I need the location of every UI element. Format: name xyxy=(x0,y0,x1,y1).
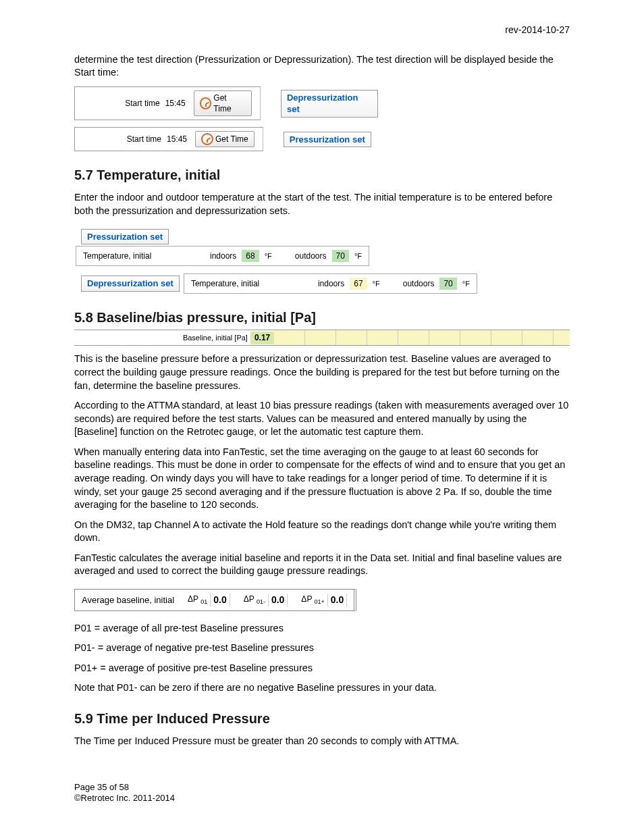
definition: P01- = average of negative pre-test Base… xyxy=(74,642,570,655)
indoors-label: indoors xyxy=(318,278,344,289)
page-number: Page 35 of 58 xyxy=(74,782,570,793)
direction-state: Depressurization set xyxy=(281,90,378,118)
definition: P01 = average of all pre-test Baseline p… xyxy=(74,622,570,635)
clock-icon xyxy=(200,97,212,109)
dp-group: ΔP 01+ 0.0 xyxy=(301,594,347,606)
temperature-row: Temperature, initial indoors 68 °F outdo… xyxy=(76,246,369,266)
temperature-title: Temperature, initial xyxy=(83,251,205,261)
get-time-button[interactable]: Get Time xyxy=(195,131,254,147)
paragraph: When manually entering data into FanTest… xyxy=(74,446,570,512)
heading-5-9: 5.9 Time per Induced Pressure xyxy=(74,710,570,728)
baseline-cells[interactable] xyxy=(274,330,570,345)
paragraph-5-7: Enter the indoor and outdoor temperature… xyxy=(74,191,570,217)
get-time-label: Get Time xyxy=(213,93,246,114)
outdoors-label: outdoors xyxy=(295,251,327,261)
start-time-row: Start time 15:45 Get Time Depressurizati… xyxy=(74,86,378,120)
clock-icon xyxy=(201,133,213,145)
paragraph-5-9: The Time per Induced Pressure must be gr… xyxy=(74,735,570,748)
get-time-button[interactable]: Get Time xyxy=(194,90,252,116)
outdoors-label: outdoors xyxy=(403,278,435,289)
paragraph: FanTestic calculates the average initial… xyxy=(74,552,570,578)
unit: °F xyxy=(354,251,362,261)
indoors-value[interactable]: 67 xyxy=(350,278,367,290)
average-baseline-row: Average baseline, initial ΔP 01 0.0 ΔP 0… xyxy=(74,589,356,611)
start-time-value: 15:45 xyxy=(167,134,187,145)
temperature-row: Temperature, initial indoors 67 °F outdo… xyxy=(184,273,477,294)
paragraph: This is the baseline pressure before a p… xyxy=(74,353,570,392)
dp-value: 0.0 xyxy=(210,594,230,606)
start-time-row: Start time 15:45 Get Time Pressurization… xyxy=(74,127,378,151)
unit: °F xyxy=(462,279,470,289)
definition: P01+ = average of positive pre-test Base… xyxy=(74,662,570,675)
definition: Note that P01- can be zero if there are … xyxy=(74,681,570,695)
revision-date: rev-2014-10-27 xyxy=(74,24,570,36)
dp-value: 0.0 xyxy=(327,594,347,606)
direction-state: Pressurization set xyxy=(284,132,371,148)
indoors-label: indoors xyxy=(210,251,236,261)
average-title: Average baseline, initial xyxy=(82,594,174,606)
start-time-value: 15:45 xyxy=(165,98,186,109)
paragraph: On the DM32, tap Channel A to activate t… xyxy=(74,519,570,545)
pressurization-set-label: Pressurization set xyxy=(81,229,169,245)
dp-group: ΔP 01- 0.0 xyxy=(244,594,288,606)
temperature-title: Temperature, initial xyxy=(191,278,313,289)
unit: °F xyxy=(373,279,380,289)
unit: °F xyxy=(265,251,272,261)
paragraph: According to the ATTMA standard, at leas… xyxy=(74,399,570,439)
depressurization-set-label: Depressurization set xyxy=(81,276,180,292)
baseline-row: Baseline, initial [Pa] 0.17 xyxy=(74,330,570,346)
start-time-label: Start time xyxy=(80,134,161,145)
dp-value: 0.0 xyxy=(268,594,288,606)
baseline-value[interactable]: 0.17 xyxy=(250,332,274,344)
dp-group: ΔP 01 0.0 xyxy=(188,594,230,606)
heading-5-8: 5.8 Baseline/bias pressure, initial [Pa] xyxy=(74,309,570,327)
get-time-label: Get Time xyxy=(215,134,248,145)
baseline-label: Baseline, initial [Pa] xyxy=(74,333,250,343)
indoors-value[interactable]: 68 xyxy=(242,250,259,262)
heading-5-7: 5.7 Temperature, initial xyxy=(74,166,570,184)
outdoors-value[interactable]: 70 xyxy=(332,250,349,262)
outdoors-value[interactable]: 70 xyxy=(439,278,456,290)
intro-paragraph: determine the test direction (Pressuriza… xyxy=(74,53,570,80)
copyright: ©Retrotec Inc. 2011-2014 xyxy=(74,793,570,804)
start-time-label: Start time xyxy=(80,98,160,109)
